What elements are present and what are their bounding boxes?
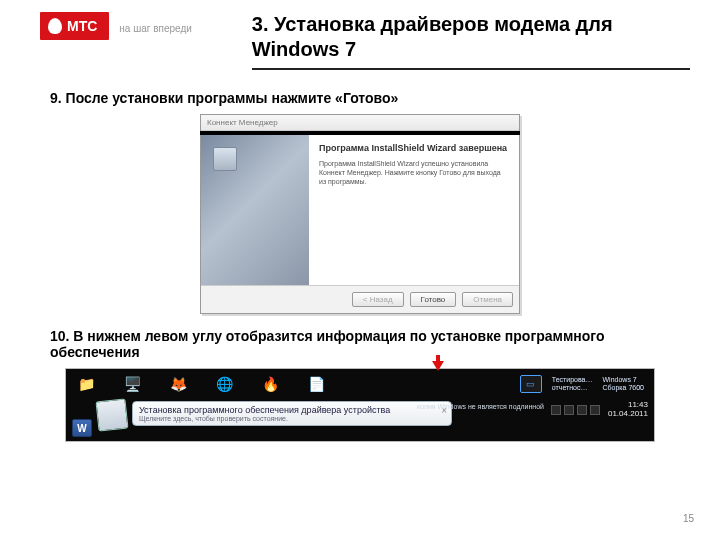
brand-slogan: на шаг впереди <box>119 23 192 34</box>
balloon-device-icon <box>96 399 129 432</box>
tray-app-icon: ▭ <box>520 375 542 393</box>
red-arrow-icon <box>432 361 444 371</box>
balloon-subtitle: Щелкните здесь, чтобы проверить состояни… <box>139 415 433 422</box>
dock-icon-4: 🌐 <box>214 374 234 394</box>
title-underline <box>252 68 690 70</box>
install-wizard-window: Коннект Менеджер Программа InstallShield… <box>200 114 520 314</box>
brand-name: МТС <box>67 18 97 34</box>
balloon-title: Установка программного обеспечения драйв… <box>139 405 433 415</box>
step-9: 9. После установки программы нажмите «Го… <box>50 90 670 106</box>
driver-install-balloon[interactable]: Установка программного обеспечения драйв… <box>132 401 452 426</box>
tray-report-label: отчетнос… <box>552 384 593 392</box>
brand-logo: МТС <box>40 12 109 40</box>
wizard-back-button[interactable]: < Назад <box>352 292 404 307</box>
tray-test-label: Тестирова… <box>552 376 593 384</box>
firefox-icon: 🦊 <box>168 374 188 394</box>
wizard-heading: Программа InstallShield Wizard завершена <box>319 143 509 153</box>
step-10: 10. В нижнем левом углу отобразится инфо… <box>50 328 670 360</box>
wizard-body-text: Программа InstallShield Wizard успешно у… <box>319 159 509 186</box>
egg-icon <box>48 18 62 34</box>
not-genuine-text: копия Windows не является подлинной <box>417 403 544 411</box>
word-icon: W <box>72 419 92 437</box>
dock-icon-2: 🖥️ <box>122 374 142 394</box>
windows-line2: Сборка 7600 <box>603 384 644 392</box>
page-number: 15 <box>683 513 694 524</box>
tray-ico-3 <box>577 405 587 415</box>
wizard-titlebar: Коннект Менеджер <box>201 115 519 131</box>
tray-ico-1 <box>551 405 561 415</box>
dock-icon-6: 📄 <box>306 374 326 394</box>
windows-line1: Windows 7 <box>603 376 644 384</box>
dock-icon-5: 🔥 <box>260 374 280 394</box>
tray-ico-4 <box>590 405 600 415</box>
wizard-cancel-button[interactable]: Отмена <box>462 292 513 307</box>
taskbar-screenshot: 📁 🖥️ 🦊 🌐 🔥 📄 ▭ Тестирова… отчетнос… Wind… <box>65 368 655 442</box>
clock-date: 01.04.2011 <box>608 410 648 419</box>
page-title: 3. Установка драйверов модема для Window… <box>252 12 690 62</box>
tray-ico-2 <box>564 405 574 415</box>
wizard-side-graphic <box>201 135 309 285</box>
wizard-finish-button[interactable]: Готово <box>410 292 457 307</box>
dock-icon-1: 📁 <box>76 374 96 394</box>
